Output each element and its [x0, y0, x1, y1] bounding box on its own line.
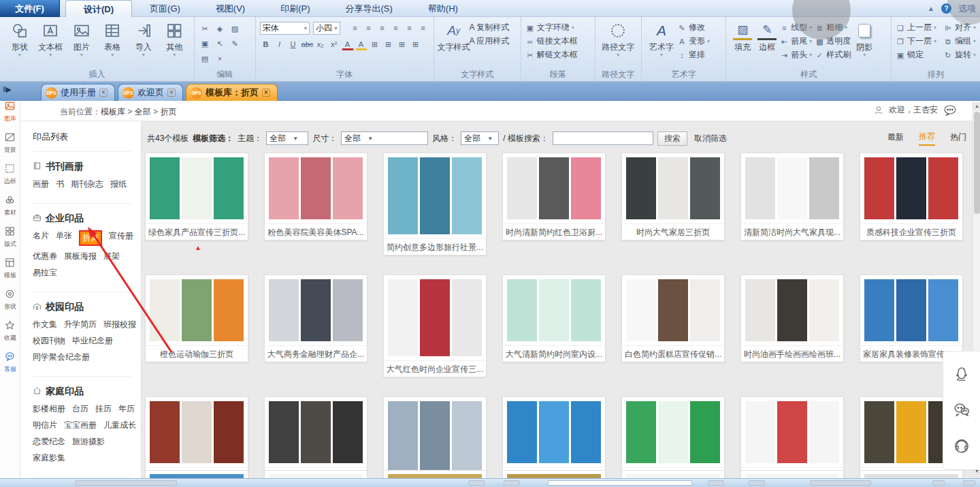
sidebar-item-班报校报[interactable]: 班报校报 — [103, 319, 136, 330]
rail-item-版式[interactable]: 版式 — [0, 226, 20, 249]
panel-expand-icon[interactable]: ‖▶ — [3, 85, 12, 94]
theme-select[interactable]: 全部▼ — [266, 131, 308, 145]
template-card[interactable]: 粉色美容院美容美体SPA... — [264, 153, 368, 240]
link-textbox-button[interactable]: ∞链接文本框 — [525, 35, 591, 47]
template-card[interactable]: 古典茶叶宣传三折页 — [264, 396, 368, 479]
rail-item-形状[interactable]: 形状 — [0, 289, 20, 311]
sidebar-item-影楼相册[interactable]: 影楼相册 — [33, 403, 65, 415]
rail-item-边框[interactable]: 边框 — [0, 163, 20, 186]
shadow-button[interactable]: 阴影 ▾ — [851, 19, 878, 57]
align-justify-icon[interactable]: ≡ — [390, 22, 402, 34]
customer-service-icon[interactable] — [953, 437, 970, 455]
template-card[interactable]: 简约时尚大气现代企业公... — [383, 396, 487, 479]
template-card[interactable]: 时尚清新简约红色卫浴厨... — [502, 153, 606, 240]
rail-item-背景[interactable]: 背景 — [0, 132, 20, 155]
sidebar-item-期刊杂志[interactable]: 期刊杂志 — [71, 178, 103, 190]
sidebar-item-易拉宝[interactable]: 易拉宝 — [33, 267, 57, 279]
size-select[interactable]: 全部▼ — [341, 131, 428, 145]
document-tab-2[interactable]: DPS模板库：折页× — [186, 84, 278, 101]
columns-icon[interactable]: ⊞ — [396, 38, 408, 50]
sidebar-item-展板海报[interactable]: 展板海报 — [64, 251, 97, 262]
pick-icon[interactable]: ▨ — [229, 22, 241, 35]
font-color-button[interactable]: A — [342, 38, 354, 50]
breadcrumb-part-1[interactable]: 全部 — [135, 107, 151, 116]
fill-button[interactable]: ▨ 填充 — [730, 19, 755, 53]
insert-表格-button[interactable]: 表格▾ — [97, 19, 129, 57]
sidebar-item-毕业纪念册[interactable]: 毕业纪念册 — [72, 335, 113, 347]
rail-item-素材[interactable]: 素材 — [0, 195, 20, 217]
template-search-input[interactable] — [553, 131, 653, 145]
para-spacing-icon[interactable]: ⊞ — [382, 38, 395, 50]
template-card[interactable]: 绿色时尚大气创意牙科门... — [621, 396, 725, 479]
group-button[interactable]: ⧉编组▾ — [943, 35, 976, 47]
sort-热门[interactable]: 热门 — [950, 131, 966, 145]
sidebar-item-校园刊物[interactable]: 校园刊物 — [33, 335, 65, 347]
superscript-button[interactable]: x² — [328, 38, 340, 50]
sidebar-item-升学简历[interactable]: 升学简历 — [64, 319, 97, 330]
collapse-ribbon-icon[interactable]: ▲ — [928, 5, 934, 12]
font-size-select[interactable]: 小四▾ — [313, 22, 340, 35]
text-wrap-button[interactable]: ▣文字环绕▾ — [525, 22, 591, 33]
template-card[interactable]: 投资理财三折页 — [740, 396, 844, 479]
document-tab-0[interactable]: DPS使用手册× — [41, 84, 115, 101]
prev-page-button[interactable] — [504, 480, 520, 486]
menu-item-4[interactable]: 印刷(P) — [263, 0, 327, 17]
template-card[interactable]: 简约创意多边形旅行社景... — [383, 153, 487, 255]
template-card[interactable]: 绿色家具产品宣传三折页... — [145, 153, 248, 240]
rail-item-模板[interactable]: 模板 — [0, 257, 20, 280]
template-card[interactable]: 大气清新简约时尚室内设... — [502, 274, 606, 362]
char-spacing-icon[interactable]: ⊞ — [369, 38, 381, 50]
sidebar-item-宝宝画册[interactable]: 宝宝画册 — [64, 420, 97, 431]
document-tab-1[interactable]: DPS欢迎页× — [118, 84, 183, 101]
strikethrough-button[interactable]: abc — [301, 38, 313, 50]
menu-item-3[interactable]: 视图(V) — [198, 0, 263, 17]
line-spacing-icon[interactable]: ≡ — [417, 22, 429, 34]
rotate-button[interactable]: ↻旋转▾ — [943, 49, 976, 61]
style-select[interactable]: 全部▼ — [461, 131, 499, 145]
template-card[interactable]: 企业宣传策划三折页 — [502, 396, 606, 479]
template-card[interactable]: 大气商务金融理财产品企... — [264, 274, 368, 362]
copy-style-button[interactable]: A 复制样式 — [470, 22, 510, 33]
sidebar-item-宣传册[interactable]: 宣传册 — [109, 230, 133, 246]
subscript-button[interactable]: x₂ — [314, 38, 327, 50]
options-button[interactable]: 选项 — [958, 3, 976, 15]
template-card[interactable]: 质感科技企业宣传三折页 — [860, 153, 963, 240]
breadcrumb-part-0[interactable]: 模板库 — [101, 107, 125, 116]
page-number-input[interactable] — [548, 480, 692, 486]
sidebar-item-家庭影集[interactable]: 家庭影集 — [33, 452, 65, 464]
path-text-button[interactable]: 路径文字 ▾ — [602, 19, 634, 57]
insert-导入-button[interactable]: 导入▾ — [128, 19, 159, 57]
menu-item-6[interactable]: 帮助(H) — [410, 0, 476, 17]
zoom-out-button[interactable] — [932, 480, 945, 486]
sidebar-item-旅游摄影[interactable]: 旅游摄影 — [72, 436, 105, 447]
sidebar-item-同学聚会纪念册[interactable]: 同学聚会纪念册 — [33, 351, 90, 363]
select-icon[interactable]: ↖ — [214, 37, 226, 50]
sidebar-item-展架[interactable]: 展架 — [103, 251, 120, 262]
template-card[interactable]: 清新简洁时尚大气家具现... — [740, 153, 844, 240]
delete-icon[interactable]: × — [214, 52, 226, 65]
highlight-color-button[interactable]: A — [355, 38, 368, 50]
insert-形状-button[interactable]: 形状▾ — [4, 19, 35, 57]
unlink-textbox-button[interactable]: ✂解链文本框 — [525, 49, 591, 61]
font-name-select[interactable]: 宋体▾ — [260, 22, 310, 35]
sidebar-item-书[interactable]: 书 — [56, 178, 64, 190]
wordart-vertical-button[interactable]: ↕竖排 — [677, 49, 710, 61]
wordart-button[interactable]: A 艺术字 ▾ — [646, 19, 677, 57]
sidebar-item-儿童成长[interactable]: 儿童成长 — [103, 420, 136, 431]
sidebar-item-明信片[interactable]: 明信片 — [33, 420, 57, 431]
style-painter-button[interactable]: ✓样式刷 — [815, 49, 851, 61]
sidebar-item-年历[interactable]: 年历 — [118, 403, 135, 415]
paste-icon[interactable]: ▤ — [199, 52, 211, 65]
tab-close-icon[interactable]: × — [99, 89, 108, 97]
wordart-modify-button[interactable]: ✎修改 — [677, 22, 710, 33]
insert-其他-button[interactable]: 其他▾ — [159, 19, 191, 57]
template-card[interactable]: 大气红色时尚企业宣传三... — [383, 274, 487, 377]
scroll-up-button[interactable]: ▲ — [973, 102, 980, 110]
tab-close-icon[interactable]: × — [167, 89, 176, 97]
last-page-button[interactable] — [749, 480, 765, 486]
cut-icon[interactable]: ✂ — [199, 22, 211, 35]
underline-button[interactable]: U — [287, 38, 299, 50]
align-left-icon[interactable]: ≡ — [349, 22, 361, 34]
brush-icon[interactable]: ✎ — [229, 37, 241, 50]
template-card[interactable]: 家居家具装修装饰宣传三... — [860, 274, 963, 362]
